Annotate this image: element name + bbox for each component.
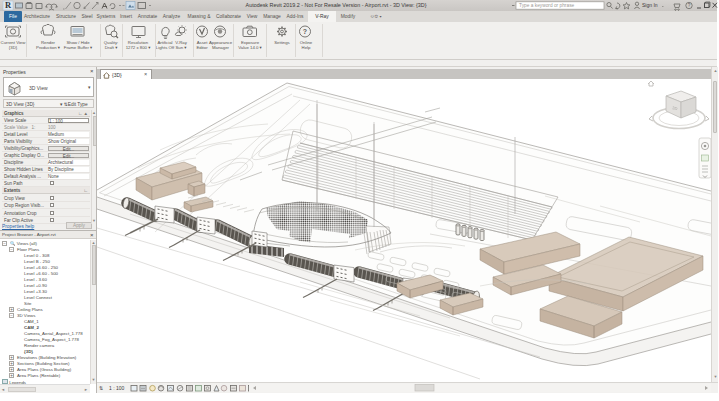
svg-text:⇅: ⇅ — [99, 385, 103, 391]
svg-text:?: ? — [303, 28, 307, 35]
svg-text:Sign In: Sign In — [642, 2, 658, 8]
svg-text:?: ? — [688, 3, 691, 8]
svg-text:1 : 100: 1 : 100 — [109, 385, 125, 391]
svg-text:Type a keyword or phrase: Type a keyword or phrase — [519, 3, 575, 8]
svg-text:Autodesk Revit 2019.2 - Not Fo: Autodesk Revit 2019.2 - Not For Resale V… — [246, 2, 427, 8]
svg-text:R: R — [5, 0, 12, 10]
